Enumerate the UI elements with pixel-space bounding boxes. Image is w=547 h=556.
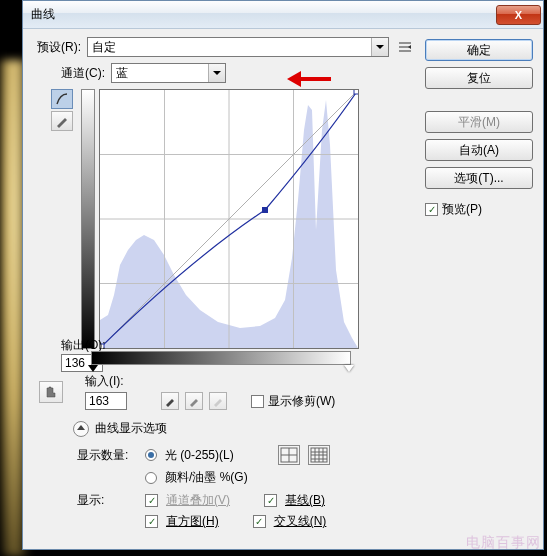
curves-dialog: 曲线 X 预设(R): 自定 通道(C): 蓝 xyxy=(22,0,544,550)
auto-button[interactable]: 自动(A) xyxy=(425,139,533,161)
preset-value: 自定 xyxy=(92,39,116,56)
curve-point-selected[interactable] xyxy=(262,207,268,213)
annotation-arrow xyxy=(287,71,331,87)
options-toggle[interactable] xyxy=(73,421,89,437)
curve-graph[interactable] xyxy=(99,89,359,349)
histogram-checkbox[interactable] xyxy=(145,515,158,528)
preset-select[interactable]: 自定 xyxy=(87,37,389,57)
watermark: 电脑百事网 xyxy=(466,534,541,552)
grid-simple-button[interactable] xyxy=(278,445,300,465)
amount-label: 显示数量: xyxy=(77,447,137,464)
input-gradient[interactable] xyxy=(91,351,351,365)
pencil-tool-button[interactable] xyxy=(51,111,73,131)
hand-icon xyxy=(43,384,59,400)
white-point-slider[interactable] xyxy=(344,365,354,372)
preview-label: 预览(P) xyxy=(442,201,482,218)
grid-simple-icon xyxy=(279,446,299,464)
preset-menu-button[interactable] xyxy=(395,37,415,57)
channel-value: 蓝 xyxy=(116,65,128,82)
pencil-icon xyxy=(55,114,69,128)
curve-tools xyxy=(51,89,73,349)
input-field[interactable] xyxy=(85,392,127,410)
point-tool-button[interactable] xyxy=(51,89,73,109)
gray-eyedropper[interactable] xyxy=(185,392,203,410)
menu-icon xyxy=(398,40,412,54)
window-title: 曲线 xyxy=(31,6,496,23)
eyedropper-icon xyxy=(164,395,176,407)
show-label: 显示: xyxy=(77,492,137,509)
show-clipping-checkbox[interactable] xyxy=(251,395,264,408)
pigment-radio[interactable] xyxy=(145,472,157,484)
reset-button[interactable]: 复位 xyxy=(425,67,533,89)
ok-button[interactable]: 确定 xyxy=(425,39,533,61)
curve-point-icon xyxy=(55,92,69,106)
channel-overlay-label: 通道叠加(V) xyxy=(166,492,230,509)
channel-select[interactable]: 蓝 xyxy=(111,63,226,83)
close-icon: X xyxy=(515,9,522,21)
intersection-label: 交叉线(N) xyxy=(274,513,327,530)
preview-checkbox[interactable] xyxy=(425,203,438,216)
light-label: 光 (0-255)(L) xyxy=(165,447,234,464)
chevron-down-icon xyxy=(208,64,225,82)
smooth-button[interactable]: 平滑(M) xyxy=(425,111,533,133)
show-clipping-label: 显示修剪(W) xyxy=(268,393,335,410)
options-button[interactable]: 选项(T)... xyxy=(425,167,533,189)
channel-overlay-checkbox[interactable] xyxy=(145,494,158,507)
pigment-label: 颜料/油墨 %(G) xyxy=(165,469,248,486)
close-button[interactable]: X xyxy=(496,5,541,25)
grid-detail-button[interactable] xyxy=(308,445,330,465)
titlebar: 曲线 X xyxy=(23,1,543,29)
chevron-down-icon xyxy=(371,38,388,56)
baseline-label: 基线(B) xyxy=(285,492,325,509)
black-eyedropper[interactable] xyxy=(161,392,179,410)
histogram-label: 直方图(H) xyxy=(166,513,219,530)
input-label: 输入(I): xyxy=(85,373,124,390)
eyedropper-icon xyxy=(212,395,224,407)
intersection-checkbox[interactable] xyxy=(253,515,266,528)
baseline-checkbox[interactable] xyxy=(264,494,277,507)
black-point-slider[interactable] xyxy=(88,365,98,372)
grid-detail-icon xyxy=(309,446,329,464)
curve-endpoint-highlight[interactable] xyxy=(354,90,358,94)
channel-label: 通道(C): xyxy=(61,65,105,82)
target-adjust-button[interactable] xyxy=(39,381,63,403)
preset-label: 预设(R): xyxy=(37,39,81,56)
white-eyedropper[interactable] xyxy=(209,392,227,410)
eyedropper-icon xyxy=(188,395,200,407)
light-radio[interactable] xyxy=(145,449,157,461)
output-gradient xyxy=(81,89,95,349)
options-header: 曲线显示选项 xyxy=(95,420,167,437)
